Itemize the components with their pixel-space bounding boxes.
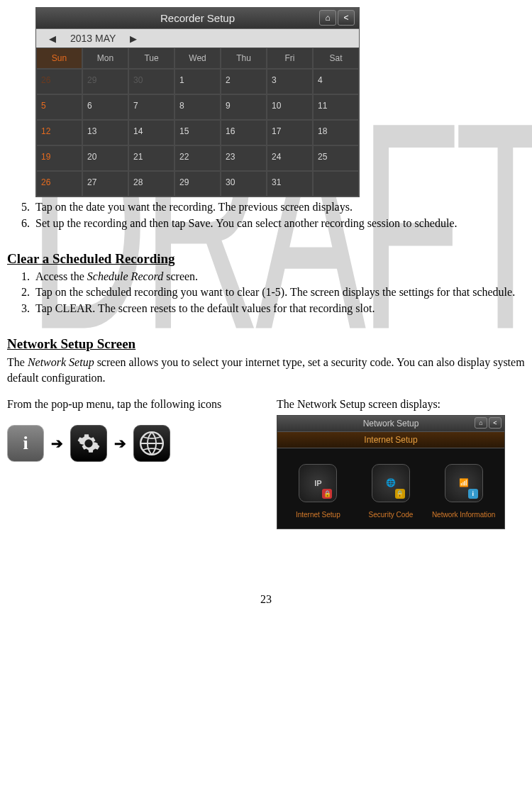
ip-icon[interactable]: IP🔒	[299, 464, 337, 502]
calendar-cell[interactable]: 29	[174, 171, 221, 197]
ns-icon-row: IP🔒Internet Setup🌐🔒Security Code📶iNetwor…	[277, 448, 504, 529]
home-icon[interactable]: ⌂	[319, 10, 336, 26]
home-icon[interactable]: ⌂	[475, 417, 487, 429]
calendar-cell[interactable]: 30	[221, 171, 267, 197]
calendar-cell[interactable]: 22	[174, 145, 221, 171]
calendar-cell[interactable]: 21	[128, 145, 174, 171]
calendar-cell[interactable]: 19	[36, 145, 82, 171]
calendar-cell[interactable]: 9	[221, 94, 267, 120]
prev-month-arrow-icon[interactable]: ◀	[49, 33, 56, 44]
calendar-title-bar: Recorder Setup ⌂ <	[36, 8, 359, 29]
ns-item-label: Network Information	[432, 511, 495, 519]
ns-menu-item[interactable]: 🌐🔒Security Code	[359, 464, 423, 519]
page-number: 23	[7, 593, 525, 606]
calendar-cell[interactable]: 4	[313, 69, 359, 94]
calendar-grid: SunMonTueWedThuFriSat2629301234567891011…	[36, 48, 359, 197]
globe-icon[interactable]	[133, 425, 170, 462]
security-icon[interactable]: 🌐🔒	[372, 464, 410, 502]
ns-menu-item[interactable]: 📶iNetwork Information	[432, 464, 496, 519]
calendar-cell[interactable]: 18	[313, 120, 359, 145]
back-icon[interactable]: <	[489, 417, 501, 429]
calendar-cell[interactable]: 15	[174, 120, 221, 145]
network-intro: The Network Setup screen allows you to s…	[7, 355, 525, 385]
step-item: Tap CLEAR. The screen resets to the defa…	[33, 302, 525, 316]
ns-menu-item[interactable]: IP🔒Internet Setup	[286, 464, 350, 519]
step-item: Tap on the scheduled recording you want …	[33, 285, 525, 300]
calendar-cell[interactable]: 30	[128, 69, 174, 94]
info-icon[interactable]: i	[7, 425, 44, 462]
calendar-cell[interactable]	[313, 171, 359, 197]
calendar-cell[interactable]: 11	[313, 94, 359, 120]
arrow-icon: ➔	[51, 435, 63, 452]
ns-subtitle: Internet Setup	[277, 431, 504, 448]
calendar-cell[interactable]: 2	[221, 69, 267, 94]
next-month-arrow-icon[interactable]: ▶	[130, 33, 137, 44]
calendar-header: Sat	[313, 48, 359, 69]
step-item: Set up the recording and then tap Save. …	[33, 216, 525, 231]
arrow-icon: ➔	[114, 435, 126, 452]
calendar-cell[interactable]: 29	[82, 69, 128, 94]
calendar-cell[interactable]: 6	[82, 94, 128, 120]
calendar-header: Sun	[36, 48, 82, 69]
calendar-header: Wed	[174, 48, 221, 69]
calendar-cell[interactable]: 20	[82, 145, 128, 171]
back-icon[interactable]: <	[338, 10, 355, 26]
calendar-month-bar: ◀ 2013 MAY ▶	[36, 29, 359, 48]
gear-icon[interactable]	[70, 425, 107, 462]
calendar-cell[interactable]: 26	[36, 171, 82, 197]
step-item: Tap on the date you want the recording. …	[33, 200, 525, 215]
calendar-cell[interactable]: 27	[82, 171, 128, 197]
calendar-screenshot: Recorder Setup ⌂ < ◀ 2013 MAY ▶ SunMonTu…	[35, 7, 360, 197]
section-heading-clear: Clear a Scheduled Recording	[7, 251, 525, 267]
ns-item-label: Internet Setup	[296, 511, 340, 519]
calendar-cell[interactable]: 3	[267, 69, 313, 94]
popup-menu-label: From the pop-up menu, tap the following …	[7, 397, 255, 412]
calendar-cell[interactable]: 7	[128, 94, 174, 120]
steps-list-continued: Tap on the date you want the recording. …	[7, 200, 525, 231]
calendar-cell[interactable]: 5	[36, 94, 82, 120]
network-setup-screenshot: Network Setup ⌂ < Internet Setup IP🔒Inte…	[277, 415, 505, 529]
ns-title-bar: Network Setup ⌂ <	[277, 416, 504, 431]
ns-title: Network Setup	[363, 419, 419, 429]
network-info-icon[interactable]: 📶i	[445, 464, 483, 502]
calendar-cell[interactable]: 17	[267, 120, 313, 145]
step-item: Access the Schedule Record screen.	[33, 270, 525, 284]
calendar-cell[interactable]: 31	[267, 171, 313, 197]
calendar-header: Thu	[221, 48, 267, 69]
calendar-cell[interactable]: 24	[267, 145, 313, 171]
network-setup-displays-label: The Network Setup screen displays:	[277, 397, 525, 412]
calendar-header: Tue	[128, 48, 174, 69]
calendar-cell[interactable]: 10	[267, 94, 313, 120]
calendar-cell[interactable]: 16	[221, 120, 267, 145]
section-heading-network: Network Setup Screen	[7, 336, 525, 352]
calendar-header: Mon	[82, 48, 128, 69]
calendar-cell[interactable]: 12	[36, 120, 82, 145]
ns-item-label: Security Code	[369, 511, 414, 519]
calendar-cell[interactable]: 28	[128, 171, 174, 197]
calendar-cell[interactable]: 14	[128, 120, 174, 145]
calendar-title: Recorder Setup	[160, 12, 235, 24]
calendar-month-label: 2013 MAY	[70, 33, 116, 44]
calendar-cell[interactable]: 1	[174, 69, 221, 94]
calendar-cell[interactable]: 13	[82, 120, 128, 145]
clear-steps-list: Access the Schedule Record screen.Tap on…	[7, 270, 525, 316]
icon-navigation-row: i ➔ ➔	[7, 425, 255, 462]
calendar-cell[interactable]: 8	[174, 94, 221, 120]
calendar-cell[interactable]: 26	[36, 69, 82, 94]
calendar-cell[interactable]: 23	[221, 145, 267, 171]
calendar-cell[interactable]: 25	[313, 145, 359, 171]
calendar-header: Fri	[267, 48, 313, 69]
